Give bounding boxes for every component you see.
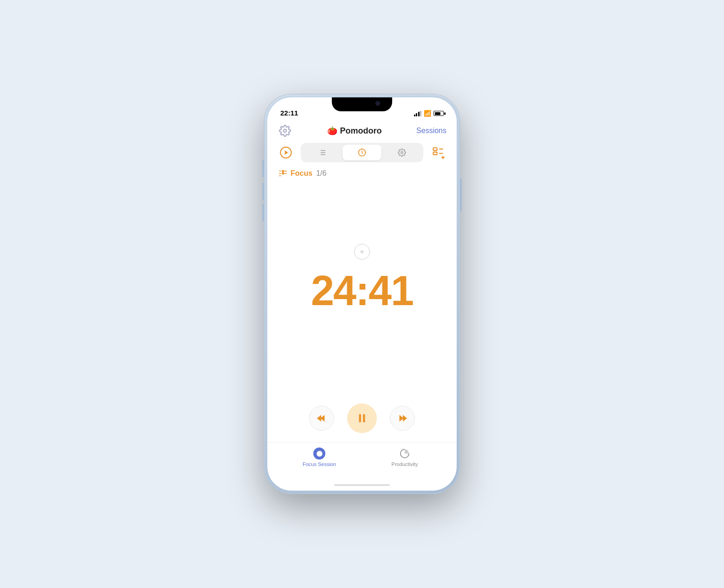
pause-button[interactable]	[347, 403, 377, 433]
tab-settings[interactable]	[382, 145, 421, 160]
app-content: 🍅 Pomodoro Sessions	[267, 120, 457, 491]
header: 🍅 Pomodoro Sessions	[267, 120, 457, 143]
focus-session-icon	[313, 447, 325, 460]
mode-tabs	[267, 143, 457, 166]
svg-rect-31	[363, 414, 365, 422]
nav-productivity[interactable]: Productivity	[362, 447, 447, 467]
scene: 22:11 📶	[0, 0, 724, 588]
svg-rect-30	[359, 414, 361, 422]
home-bar	[334, 484, 390, 486]
svg-marker-33	[403, 415, 407, 422]
wifi-icon: 📶	[424, 110, 431, 117]
status-icons: 📶	[414, 110, 444, 117]
focus-session-label: Focus Session	[303, 461, 336, 467]
forward-button[interactable]	[390, 406, 415, 431]
svg-point-12	[401, 152, 403, 154]
status-time: 22:11	[280, 109, 298, 117]
notch-camera	[375, 101, 380, 106]
add-task-button[interactable]	[430, 144, 446, 161]
svg-rect-13	[433, 148, 437, 151]
signal-icon	[414, 111, 422, 116]
sessions-button[interactable]: Sessions	[416, 127, 446, 135]
phone-inner: 22:11 📶	[267, 97, 457, 491]
battery-icon	[433, 111, 444, 116]
svg-marker-2	[285, 150, 288, 154]
sound-button[interactable]	[278, 144, 294, 161]
timer-area: 24:41	[267, 184, 457, 399]
tomato-emoji: 🍅	[327, 126, 337, 136]
productivity-label: Productivity	[392, 461, 418, 467]
focus-text: Focus	[291, 169, 312, 178]
focus-label: Focus 1/6	[267, 166, 457, 184]
svg-marker-29	[317, 415, 321, 422]
edit-circle	[354, 244, 370, 260]
battery-fill	[435, 112, 441, 115]
settings-button[interactable]	[278, 123, 292, 138]
edit-button[interactable]	[353, 243, 371, 261]
productivity-icon	[399, 447, 411, 460]
rewind-button[interactable]	[309, 406, 334, 431]
header-title: 🍅 Pomodoro	[327, 126, 382, 136]
svg-point-0	[284, 129, 287, 133]
notch	[332, 97, 392, 111]
tab-tasks[interactable]	[303, 145, 342, 160]
bottom-nav: Focus Session Productivity	[267, 442, 457, 479]
nav-focus-session[interactable]: Focus Session	[277, 447, 362, 467]
tabs-pill	[301, 143, 423, 162]
phone-outer: 22:11 📶	[265, 95, 459, 493]
focus-count: 1/6	[316, 169, 326, 178]
home-indicator	[267, 479, 457, 491]
controls	[267, 399, 457, 442]
timer-display: 24:41	[311, 270, 413, 312]
app-title: Pomodoro	[340, 126, 382, 136]
tab-timer[interactable]	[343, 145, 381, 160]
svg-rect-14	[433, 152, 437, 155]
